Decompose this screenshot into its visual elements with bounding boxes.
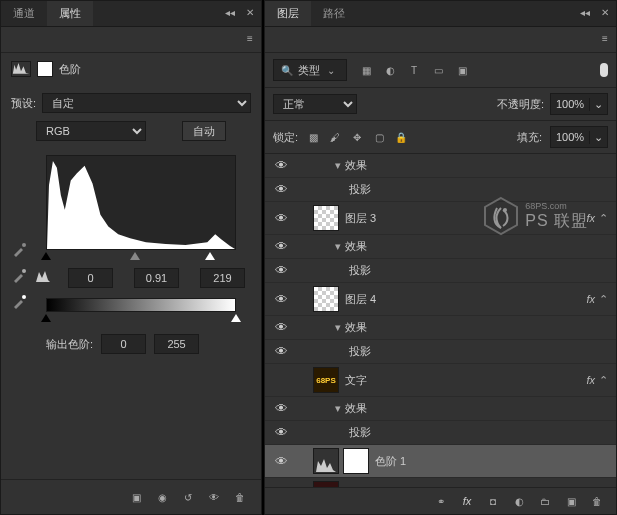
visibility-icon[interactable]: 👁 (207, 490, 221, 504)
trash-icon[interactable]: 🗑 (233, 490, 247, 504)
visibility-icon[interactable]: 👁 (271, 454, 291, 469)
fill-input[interactable]: ⌄ (550, 126, 608, 148)
chevron-down-icon[interactable]: ⌄ (589, 131, 607, 144)
filter-shape-icon[interactable]: ▭ (431, 63, 445, 77)
mask-icon[interactable] (37, 61, 53, 77)
chevron-up-icon[interactable]: ⌃ (599, 293, 608, 306)
visibility-icon[interactable]: 👁 (271, 211, 291, 226)
lock-all-icon[interactable]: 🔒 (394, 130, 408, 144)
input-slider[interactable] (46, 252, 236, 262)
fx-icon[interactable]: fx (460, 494, 474, 508)
trash-icon[interactable]: 🗑 (590, 494, 604, 508)
layer-thumb[interactable]: 68PS (313, 367, 339, 393)
fx-badge[interactable]: fx (586, 212, 595, 224)
drop-shadow-row[interactable]: 👁投影 (265, 178, 616, 202)
midtone-input[interactable] (134, 268, 179, 288)
layer-thumb[interactable] (313, 286, 339, 312)
visibility-icon[interactable]: 👁 (271, 401, 291, 416)
filter-type-icons: ▦ ◐ T ▭ ▣ (359, 63, 469, 77)
auto-button[interactable]: 自动 (182, 121, 226, 141)
opacity-input[interactable]: ⌄ (550, 93, 608, 115)
output-low-input[interactable] (101, 334, 146, 354)
filter-type-icon[interactable]: T (407, 63, 421, 77)
shadow-slider-handle[interactable] (41, 252, 51, 260)
layer-thumb[interactable] (313, 205, 339, 231)
visibility-icon[interactable]: 👁 (271, 487, 291, 488)
effects-row[interactable]: 👁▾效果 (265, 154, 616, 178)
output-black-handle[interactable] (41, 314, 51, 322)
panel-menu-icon[interactable]: ≡ (243, 31, 257, 45)
filter-smart-icon[interactable]: ▣ (455, 63, 469, 77)
highlight-input[interactable] (200, 268, 245, 288)
drop-shadow-row[interactable]: 👁投影 (265, 421, 616, 445)
highlight-slider-handle[interactable] (205, 252, 215, 260)
twisty-down-icon[interactable]: ▾ (335, 159, 341, 172)
effects-row[interactable]: 👁▾效果 (265, 316, 616, 340)
tab-layers[interactable]: 图层 (265, 1, 311, 26)
filter-pixel-icon[interactable]: ▦ (359, 63, 373, 77)
preset-select[interactable]: 自定 (42, 93, 251, 113)
drop-shadow-row[interactable]: 👁投影 (265, 340, 616, 364)
view-previous-icon[interactable]: ◉ (155, 490, 169, 504)
group-icon[interactable]: 🗀 (538, 494, 552, 508)
drop-shadow-row[interactable]: 👁投影 (265, 259, 616, 283)
adjustment-thumb[interactable] (313, 448, 339, 474)
fx-badge[interactable]: fx (586, 293, 595, 305)
panel-menu-icon[interactable]: ≡ (598, 31, 612, 45)
filter-adjust-icon[interactable]: ◐ (383, 63, 397, 77)
visibility-icon[interactable]: 👁 (271, 182, 291, 197)
chevron-down-icon[interactable]: ⌄ (589, 98, 607, 111)
output-white-handle[interactable] (231, 314, 241, 322)
lock-fill-row: 锁定: ▩ 🖌 ✥ ▢ 🔒 填充: ⌄ (265, 121, 616, 154)
eyedropper-white-icon[interactable] (11, 292, 29, 310)
lock-transparent-icon[interactable]: ▩ (306, 130, 320, 144)
layer-row[interactable]: 68PS文字fx⌃ (265, 364, 616, 397)
layer-row[interactable]: 👁图层 4fx⌃ (265, 283, 616, 316)
adjustment-icon[interactable]: ◐ (512, 494, 526, 508)
clip-icon[interactable]: ▣ (129, 490, 143, 504)
output-high-input[interactable] (154, 334, 199, 354)
layer-thumb[interactable] (313, 481, 339, 487)
visibility-icon[interactable]: 👁 (271, 320, 291, 335)
mask-thumb[interactable] (343, 448, 369, 474)
midtone-slider-handle[interactable] (130, 252, 140, 260)
layer-row[interactable]: 👁xmasstree_4_by_theonlyone76-d5mwa7x (265, 478, 616, 487)
output-slider[interactable] (46, 314, 236, 324)
effects-row[interactable]: 👁▾效果 (265, 235, 616, 259)
fx-badge[interactable]: fx (586, 374, 595, 386)
eyedropper-gray-icon[interactable] (11, 266, 29, 284)
mask-icon[interactable]: ◘ (486, 494, 500, 508)
visibility-icon[interactable]: 👁 (271, 292, 291, 307)
visibility-icon[interactable]: 👁 (271, 344, 291, 359)
twisty-down-icon[interactable]: ▾ (335, 240, 341, 253)
close-icon[interactable]: ✕ (598, 5, 612, 19)
lock-artboard-icon[interactable]: ▢ (372, 130, 386, 144)
chevron-up-icon[interactable]: ⌃ (599, 374, 608, 387)
close-icon[interactable]: ✕ (243, 5, 257, 19)
reset-icon[interactable]: ↺ (181, 490, 195, 504)
new-layer-icon[interactable]: ▣ (564, 494, 578, 508)
filter-toggle[interactable] (600, 63, 608, 77)
twisty-down-icon[interactable]: ▾ (335, 321, 341, 334)
layer-row-selected[interactable]: 👁色阶 1 (265, 445, 616, 478)
channel-select[interactable]: RGB (36, 121, 146, 141)
shadow-input[interactable] (68, 268, 113, 288)
twisty-down-icon[interactable]: ▾ (335, 402, 341, 415)
layer-row[interactable]: 👁图层 3fx⌃ (265, 202, 616, 235)
tab-properties[interactable]: 属性 (47, 1, 93, 26)
collapse-icon[interactable]: ◂◂ (578, 5, 592, 19)
tab-channels[interactable]: 通道 (1, 1, 47, 26)
visibility-icon[interactable]: 👁 (271, 425, 291, 440)
lock-position-icon[interactable]: ✥ (350, 130, 364, 144)
visibility-icon[interactable]: 👁 (271, 158, 291, 173)
effects-row[interactable]: 👁▾效果 (265, 397, 616, 421)
blend-mode-select[interactable]: 正常 (273, 94, 357, 114)
lock-paint-icon[interactable]: 🖌 (328, 130, 342, 144)
chevron-up-icon[interactable]: ⌃ (599, 212, 608, 225)
filter-type-select[interactable]: 🔍 类型 ⌄ (273, 59, 347, 81)
visibility-icon[interactable]: 👁 (271, 263, 291, 278)
collapse-icon[interactable]: ◂◂ (223, 5, 237, 19)
visibility-icon[interactable]: 👁 (271, 239, 291, 254)
tab-paths[interactable]: 路径 (311, 1, 357, 26)
link-icon[interactable]: ⚭ (434, 494, 448, 508)
